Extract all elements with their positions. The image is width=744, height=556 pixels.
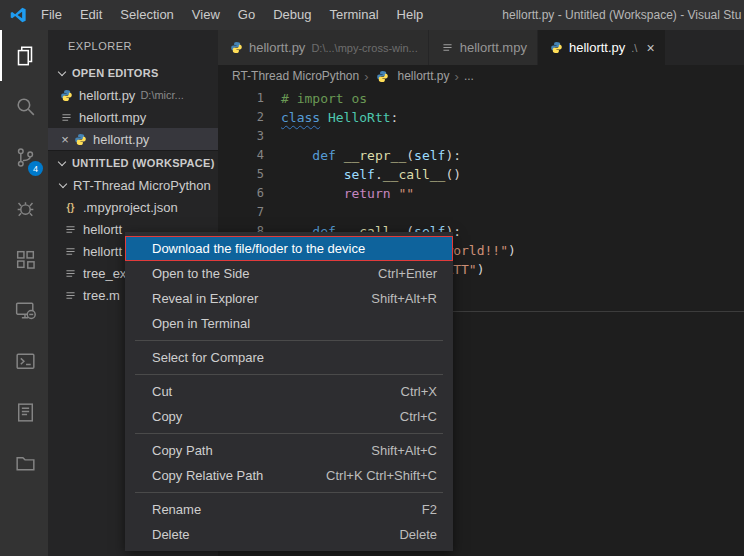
context-menu-item[interactable]: CutCtrl+X [125,379,453,404]
context-menu-item[interactable]: Open to the SideCtrl+Enter [125,261,453,286]
close-icon[interactable]: × [646,40,654,56]
code-token: ( [406,148,414,163]
context-menu-item[interactable]: Select for Compare [125,345,453,370]
explorer-icon[interactable] [0,30,48,81]
breadcrumb-item[interactable]: hellortt.py [374,69,450,83]
menubar-item-debug[interactable]: Debug [264,0,320,30]
context-menu-item[interactable]: Reveal in ExplorerShift+Alt+R [125,286,453,311]
code-token: return [344,186,391,201]
context-menu-item[interactable]: CopyCtrl+C [125,404,453,429]
context-menu-item[interactable]: Download the file/floder to the device [125,236,453,261]
code-token [281,186,344,201]
menu-shortcut: Ctrl+Enter [378,266,437,281]
breadcrumb-item[interactable]: ... [464,69,474,83]
workspace-header[interactable]: UNTITLED (WORKSPACE) [48,150,218,174]
code-line: 6 return "" [218,184,744,203]
python-file-icon [374,70,391,83]
menu-item-label: Select for Compare [152,350,264,365]
folder-label: RT-Thread MicroPython [73,178,211,193]
chevron-down-icon [59,180,67,188]
file-detail: D:\micr... [140,89,183,101]
context-menu-item[interactable]: Copy PathShift+Alt+C [125,438,453,463]
code-token [281,148,312,163]
tab-label: hellortt.py [249,40,305,55]
open-editors-label: OPEN EDITORS [72,67,159,79]
line-number: 3 [218,127,281,146]
sidebar-title: EXPLORER [48,30,218,62]
close-icon[interactable]: × [58,132,72,147]
code-token: def [312,148,335,163]
menu-item-label: Open to the Side [152,266,250,281]
code-token: : [391,110,399,125]
open-editor-item[interactable]: ×hellortt.py [48,128,218,150]
code-token: class [281,110,320,125]
source-control-icon[interactable]: 4 [0,132,48,183]
menu-shortcut: Ctrl+K Ctrl+Shift+C [326,468,437,483]
workspace-label: UNTITLED (WORKSPACE) [72,157,215,169]
code-token: # import os [281,91,367,106]
debug-icon[interactable] [0,183,48,234]
menubar-item-terminal[interactable]: Terminal [320,0,387,30]
code-token: . [375,167,383,182]
breadcrumb-label: ... [464,69,474,83]
extensions-icon[interactable] [0,234,48,285]
context-menu-item[interactable]: DeleteDelete [125,522,453,547]
line-number: 1 [218,89,281,108]
menubar-item-selection[interactable]: Selection [111,0,182,30]
code-token: ): [445,148,461,163]
menubar-item-view[interactable]: View [183,0,229,30]
code-line: 1# import os [218,89,744,108]
open-editor-item[interactable]: hellortt.mpy [48,106,218,128]
code-line: 2class HelloRtt: [218,108,744,127]
editor-tab[interactable]: hellortt.pyD:\...\mpy-cross-win... [218,30,429,65]
menubar-item-file[interactable]: File [32,0,71,30]
python-file-icon [548,41,565,54]
menu-shortcut: Delete [399,527,437,542]
code-text: class HelloRtt: [281,108,398,127]
menubar-item-edit[interactable]: Edit [71,0,111,30]
tab-detail: .\ [631,42,637,54]
menu-shortcut: Ctrl+C [400,409,437,424]
folder-icon[interactable] [0,438,48,489]
code-line: 5 self.__call__() [218,165,744,184]
context-menu-item[interactable]: RenameF2 [125,497,453,522]
tab-bar: hellortt.pyD:\...\mpy-cross-win...hellor… [218,30,744,65]
python-file-icon [72,133,89,146]
tree-item[interactable]: {}.mpyproject.json [48,196,218,218]
tree-folder-row[interactable]: RT-Thread MicroPython [48,174,218,196]
menu-item-label: Rename [152,502,201,517]
output-icon[interactable] [0,387,48,438]
code-token: __call__ [383,167,446,182]
context-menu-item[interactable]: Copy Relative PathCtrl+K Ctrl+Shift+C [125,463,453,488]
window-title: hellortt.py - Untitled (Workspace) - Vis… [432,8,744,22]
terminal-icon[interactable] [0,336,48,387]
menubar-item-go[interactable]: Go [229,0,264,30]
editor-tab[interactable]: hellortt.py.\× [538,30,666,65]
context-menu-item[interactable]: Open in Terminal [125,311,453,336]
code-text: self.__call__() [281,165,461,184]
code-line: 4 def __repr__(self): [218,146,744,165]
menu-bar: FileEditSelectionViewGoDebugTerminalHelp [32,0,432,30]
menubar-item-help[interactable]: Help [388,0,433,30]
open-editor-item[interactable]: hellortt.pyD:\micr... [48,84,218,106]
menu-item-label: Copy Path [152,443,213,458]
code-text: return "" [281,184,414,203]
menu-item-label: Reveal in Explorer [152,291,258,306]
chevron-right-icon: › [364,69,368,84]
open-editors-header[interactable]: OPEN EDITORS [48,62,218,84]
editor-tab[interactable]: hellortt.mpy [429,30,538,65]
file-label: hellortt.py [93,132,149,147]
menu-shortcut: Ctrl+X [401,384,437,399]
menu-shortcut: Shift+Alt+R [371,291,437,306]
search-icon[interactable] [0,81,48,132]
tab-detail: D:\...\mpy-cross-win... [311,42,417,54]
menu-item-label: Copy [152,409,182,424]
menu-item-label: Delete [152,527,190,542]
vscode-window: FileEditSelectionViewGoDebugTerminalHelp… [0,0,744,556]
breadcrumb-item[interactable]: RT-Thread MicroPython [232,69,359,83]
code-line: 7 [218,203,744,222]
chevron-down-icon [58,157,66,165]
tab-label: hellortt.py [569,40,625,55]
code-token [336,148,344,163]
device-icon[interactable] [0,285,48,336]
